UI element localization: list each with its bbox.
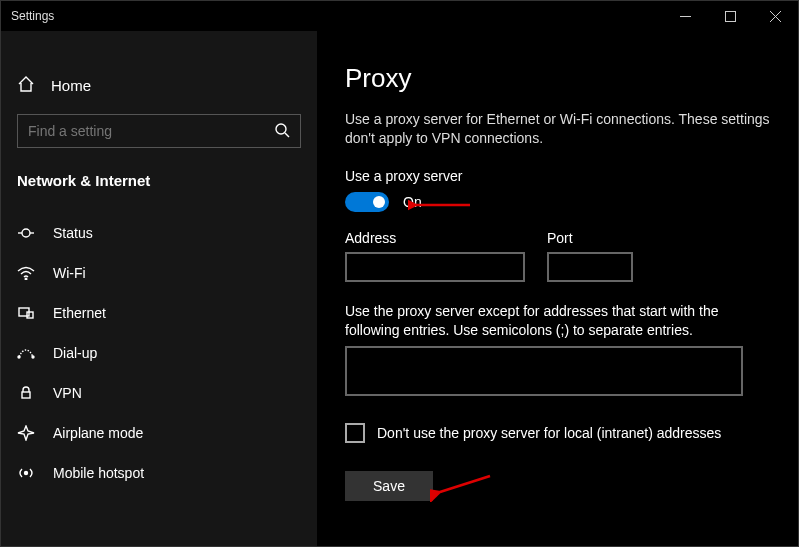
nav-item-airplane[interactable]: Airplane mode (1, 413, 317, 453)
nav-item-label: Dial-up (53, 345, 97, 361)
nav-item-label: Mobile hotspot (53, 465, 144, 481)
maximize-button[interactable] (708, 1, 753, 31)
search-icon (274, 122, 290, 141)
nav-item-label: VPN (53, 385, 82, 401)
nav-list: Status Wi-Fi Ethernet (1, 213, 317, 493)
port-input[interactable] (547, 252, 633, 282)
vpn-icon (17, 386, 35, 400)
address-input[interactable] (345, 252, 525, 282)
titlebar: Settings (1, 1, 798, 31)
hotspot-icon (17, 465, 35, 481)
nav-item-status[interactable]: Status (1, 213, 317, 253)
nav-item-label: Ethernet (53, 305, 106, 321)
local-checkbox[interactable] (345, 423, 365, 443)
nav-item-wifi[interactable]: Wi-Fi (1, 253, 317, 293)
nav-item-label: Airplane mode (53, 425, 143, 441)
home-label: Home (51, 77, 91, 94)
window-title: Settings (11, 9, 54, 23)
dialup-icon (17, 346, 35, 360)
nav-item-vpn[interactable]: VPN (1, 373, 317, 413)
page-description: Use a proxy server for Ethernet or Wi-Fi… (345, 110, 770, 148)
nav-item-dialup[interactable]: Dial-up (1, 333, 317, 373)
svg-point-15 (25, 472, 28, 475)
sidebar: Home Network & Internet Status (1, 31, 317, 546)
wifi-icon (17, 266, 35, 280)
nav-item-label: Wi-Fi (53, 265, 86, 281)
search-input[interactable] (28, 123, 274, 139)
svg-point-12 (18, 356, 20, 358)
address-label: Address (345, 230, 525, 246)
status-icon (17, 226, 35, 240)
use-proxy-label: Use a proxy server (345, 168, 770, 184)
category-header: Network & Internet (1, 162, 317, 203)
main-content: Proxy Use a proxy server for Ethernet or… (317, 31, 798, 546)
minimize-button[interactable] (663, 1, 708, 31)
search-box[interactable] (17, 114, 301, 148)
except-textarea[interactable] (345, 346, 743, 396)
toggle-state-text: On (403, 194, 422, 210)
svg-point-9 (25, 278, 27, 280)
svg-rect-1 (726, 11, 736, 21)
ethernet-icon (17, 306, 35, 320)
airplane-icon (17, 425, 35, 441)
local-checkbox-row[interactable]: Don't use the proxy server for local (in… (345, 423, 770, 443)
nav-item-label: Status (53, 225, 93, 241)
svg-rect-14 (22, 392, 30, 398)
close-button[interactable] (753, 1, 798, 31)
nav-item-hotspot[interactable]: Mobile hotspot (1, 453, 317, 493)
svg-point-6 (22, 229, 30, 237)
local-checkbox-label: Don't use the proxy server for local (in… (377, 425, 721, 441)
svg-point-4 (276, 124, 286, 134)
port-label: Port (547, 230, 633, 246)
use-proxy-toggle[interactable] (345, 192, 389, 212)
nav-home[interactable]: Home (1, 67, 317, 104)
svg-rect-11 (27, 312, 33, 318)
svg-point-13 (32, 356, 34, 358)
save-button[interactable]: Save (345, 471, 433, 501)
except-label: Use the proxy server except for addresse… (345, 302, 770, 340)
home-icon (17, 75, 35, 96)
nav-item-ethernet[interactable]: Ethernet (1, 293, 317, 333)
page-title: Proxy (345, 63, 770, 94)
svg-line-5 (285, 133, 289, 137)
toggle-knob (373, 196, 385, 208)
